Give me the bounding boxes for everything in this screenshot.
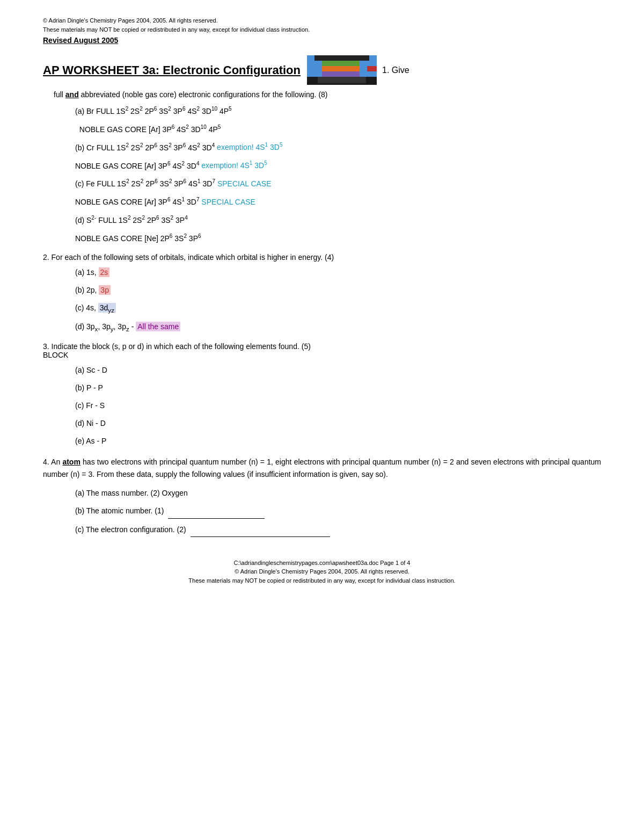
q4c: (c) The electron configuration. (2) xyxy=(75,523,601,537)
q2c: (c) 4s, 3dyz xyxy=(75,301,601,316)
revised-date: Revised August 2005 xyxy=(43,36,601,45)
q2d-answer: All the same xyxy=(136,322,180,331)
q3-header: 3. Indicate the block (s, p or d) in whi… xyxy=(43,342,601,359)
q1c-noble: NOBLE GAS CORE [Ar] 3P6 4S1 3D7 SPECIAL … xyxy=(75,195,601,209)
q4a: (a) The mass number. (2) Oxygen xyxy=(75,487,601,500)
q2-header: 2. For each of the following sets of orb… xyxy=(43,253,601,262)
q1-and: and xyxy=(65,90,79,99)
worksheet-title: AP WORKSHEET 3a: Electronic Configuratio… xyxy=(43,63,301,77)
q4c-answer-line xyxy=(191,523,330,537)
q2a: (a) 1s, 2s xyxy=(75,266,601,279)
q2d: (d) 3px, 3py, 3pz - All the same xyxy=(75,320,601,335)
q1-give-label: 1. Give xyxy=(382,66,409,75)
q3c: (c) Fr - S xyxy=(75,399,601,412)
q4-atom: atom xyxy=(62,458,80,466)
q1d-full: (d) S2- FULL 1S2 2S2 2P6 3S2 3P4 xyxy=(75,213,601,227)
q4b-answer-line xyxy=(168,504,265,518)
q1d-noble: NOBLE GAS CORE [Ne] 2P6 3S2 3P6 xyxy=(75,231,601,245)
q2a-answer: 2s xyxy=(99,267,110,277)
q3a: (a) Sc - D xyxy=(75,364,601,377)
q2b-answer: 3p xyxy=(99,285,111,295)
footer-path: C:\adriandingleschemistrypages.com\apwsh… xyxy=(43,559,601,568)
q1c-special: SPECIAL CASE xyxy=(217,179,272,188)
q4b: (b) The atomic number. (1) xyxy=(75,504,601,518)
footer: C:\adriandingleschemistrypages.com\apwsh… xyxy=(43,559,601,585)
header-copyright: © Adrian Dingle's Chemistry Pages 2004, … xyxy=(43,16,601,34)
q1b-noble-exemption: exemption! 4S1 3D5 xyxy=(201,161,267,170)
q1c-full: (c) Fe FULL 1S2 2S2 2P6 3S2 3P6 4S1 3D7 … xyxy=(75,177,601,191)
q1b-exemption: exemption! 4S1 3D5 xyxy=(217,143,282,151)
q3d: (d) Ni - D xyxy=(75,417,601,430)
q3e: (e) As - P xyxy=(75,434,601,448)
footer-notice: These materials may NOT be copied or red… xyxy=(43,576,601,585)
q1b-noble: NOBLE GAS CORE [Ar] 3P6 4S2 3D4 exemptio… xyxy=(75,159,601,173)
q2b: (b) 2p, 3p xyxy=(75,284,601,297)
q1a-noble: NOBLE GAS CORE [Ar] 3P6 4S2 3D10 4P5 xyxy=(75,122,601,136)
q1b-full: (b) Cr FULL 1S2 2S2 2P6 3S2 3P6 4S2 3D4 … xyxy=(75,141,601,155)
q2c-answer: 3dyz xyxy=(98,303,116,313)
q1a-full: (a) Br FULL 1S2 2S2 2P6 3S2 3P6 4S2 3D10… xyxy=(75,104,601,118)
footer-copyright: © Adrian Dingle's Chemistry Pages 2004, … xyxy=(43,567,601,576)
q1c-noble-special: SPECIAL CASE xyxy=(201,198,255,206)
q1-intro: full and abbreviated (noble gas core) el… xyxy=(54,90,601,99)
q4-text: 4. An atom has two electrons with princi… xyxy=(43,456,601,482)
periodic-table-image xyxy=(307,55,377,85)
q3b: (b) P - P xyxy=(75,381,601,395)
title-row: AP WORKSHEET 3a: Electronic Configuratio… xyxy=(43,55,601,85)
